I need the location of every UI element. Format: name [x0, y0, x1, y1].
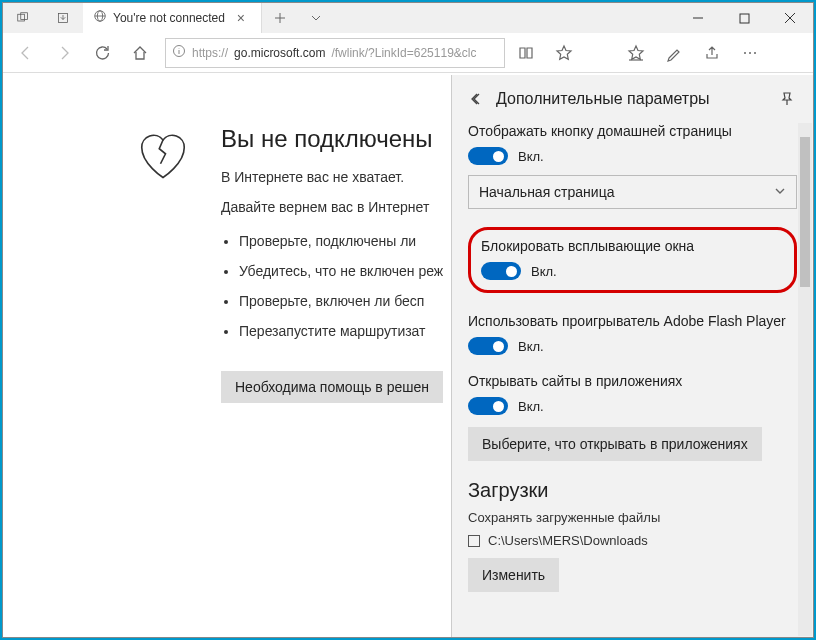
minimize-button[interactable] [675, 3, 721, 33]
error-suggestions: Проверьте, подключены ли Убедитесь, что … [239, 233, 443, 339]
reading-view-button[interactable] [509, 36, 543, 70]
downloads-subtext: Сохранять загруженные файлы [468, 510, 797, 525]
content-area: Вы не подключены В Интернете вас не хват… [3, 75, 813, 637]
downloads-path: C:\Users\MERS\Downloads [488, 533, 648, 548]
tab-overview-button[interactable] [3, 3, 43, 33]
home-button-toggle[interactable] [468, 147, 508, 165]
toggle-on-text: Вкл. [518, 339, 544, 354]
settings-back-button[interactable] [466, 87, 490, 111]
svg-point-8 [749, 52, 751, 54]
close-window-button[interactable] [767, 3, 813, 33]
tab-close-button[interactable]: × [231, 10, 251, 26]
list-item: Проверьте, включен ли бесп [239, 293, 443, 309]
apps-toggle[interactable] [468, 397, 508, 415]
flash-toggle[interactable] [468, 337, 508, 355]
choose-apps-button[interactable]: Выберите, что открывать в приложениях [468, 427, 762, 461]
browser-tab[interactable]: You're not connected × [83, 3, 262, 33]
highlighted-section: Блокировать всплывающие окна Вкл. [468, 227, 797, 293]
globe-icon [93, 9, 107, 27]
settings-header: Дополнительные параметры [452, 75, 813, 123]
toggle-on-text: Вкл. [531, 264, 557, 279]
tab-menu-button[interactable] [298, 3, 334, 33]
settings-scrollbar[interactable] [798, 123, 812, 636]
settings-body: Отображать кнопку домашней страницы Вкл.… [452, 123, 813, 637]
notes-button[interactable] [657, 36, 691, 70]
settings-title: Дополнительные параметры [496, 90, 710, 108]
broken-heart-icon [133, 125, 193, 403]
svg-rect-5 [740, 14, 749, 23]
favorite-button[interactable] [547, 36, 581, 70]
error-text: Давайте вернем вас в Интернет [221, 199, 443, 215]
settings-panel: Дополнительные параметры Отображать кноп… [451, 75, 813, 637]
share-button[interactable] [695, 36, 729, 70]
chevron-down-icon [774, 184, 786, 200]
list-item: Перезапустите маршрутизат [239, 323, 443, 339]
error-subtitle: В Интернете вас не хватает. [221, 169, 443, 185]
svg-point-9 [754, 52, 756, 54]
help-button[interactable]: Необходима помощь в решен [221, 371, 443, 403]
url-path: /fwlink/?LinkId=625119&clc [331, 46, 476, 60]
downloads-heading: Загрузки [468, 479, 797, 502]
error-title: Вы не подключены [221, 125, 443, 153]
maximize-button[interactable] [721, 3, 767, 33]
apps-label: Открывать сайты в приложениях [468, 373, 797, 389]
svg-point-7 [744, 52, 746, 54]
more-button[interactable] [733, 36, 767, 70]
list-item: Убедитесь, что не включен реж [239, 263, 443, 279]
favorites-hub-button[interactable] [619, 36, 653, 70]
refresh-button[interactable] [85, 36, 119, 70]
dropdown-value: Начальная страница [479, 184, 614, 200]
address-bar[interactable]: https://go.microsoft.com/fwlink/?LinkId=… [165, 38, 505, 68]
downloads-path-row: C:\Users\MERS\Downloads [468, 533, 797, 548]
folder-icon [468, 535, 480, 547]
edge-window: You're not connected × [2, 2, 814, 638]
toolbar: https://go.microsoft.com/fwlink/?LinkId=… [3, 33, 813, 73]
home-page-dropdown[interactable]: Начальная страница [468, 175, 797, 209]
set-aside-button[interactable] [43, 3, 83, 33]
url-protocol: https:// [192, 46, 228, 60]
tab-title: You're not connected [113, 11, 225, 25]
toggle-on-text: Вкл. [518, 399, 544, 414]
home-button-label: Отображать кнопку домашней страницы [468, 123, 797, 139]
new-tab-button[interactable] [262, 3, 298, 33]
flash-label: Использовать проигрыватель Adobe Flash P… [468, 313, 797, 329]
back-button[interactable] [9, 36, 43, 70]
info-icon [172, 44, 186, 61]
popup-toggle[interactable] [481, 262, 521, 280]
change-path-button[interactable]: Изменить [468, 558, 559, 592]
titlebar: You're not connected × [3, 3, 813, 33]
url-host: go.microsoft.com [234, 46, 325, 60]
list-item: Проверьте, подключены ли [239, 233, 443, 249]
popup-label: Блокировать всплывающие окна [481, 238, 784, 254]
scroll-thumb[interactable] [800, 137, 810, 287]
home-button[interactable] [123, 36, 157, 70]
toggle-on-text: Вкл. [518, 149, 544, 164]
forward-button[interactable] [47, 36, 81, 70]
pin-button[interactable] [775, 87, 799, 111]
